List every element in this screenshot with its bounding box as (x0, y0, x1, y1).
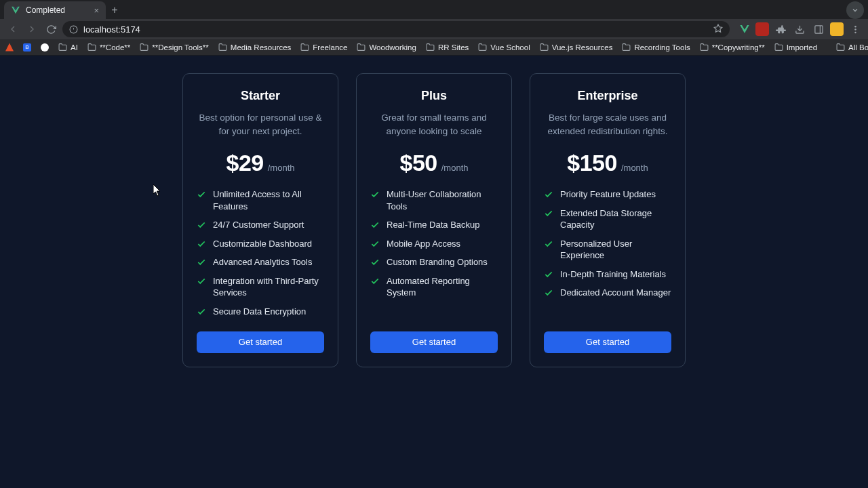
bookmark-item[interactable] (41, 43, 49, 52)
feature-text: Automated Reporting System (387, 275, 498, 299)
feature-item: Real-Time Data Backup (370, 219, 498, 231)
feature-text: Custom Branding Options (387, 256, 488, 268)
extension-vue-devtools[interactable] (738, 22, 751, 36)
check-icon (370, 258, 380, 267)
bookmark-folder[interactable]: Freelance (300, 43, 347, 52)
tab-strip: Completed × + (0, 0, 868, 19)
bookmark-folder[interactable]: **Code** (87, 43, 130, 52)
feature-text: Multi-User Collaboration Tools (387, 188, 498, 212)
check-icon (370, 277, 380, 286)
feature-item: Mobile App Access (370, 238, 498, 250)
feature-text: Unlimited Access to All Features (213, 188, 324, 212)
bookmark-folder-label: **Copywriting** (712, 43, 765, 52)
browser-tab[interactable]: Completed × (4, 1, 106, 19)
extension-icons (738, 22, 863, 37)
tab-overflow-button[interactable] (846, 1, 864, 19)
feature-item: Unlimited Access to All Features (197, 188, 324, 212)
plan-period: /month (268, 163, 295, 173)
pricing-card-enterprise: EnterpriseBest for large scale uses and … (530, 73, 686, 367)
bookmark-item[interactable]: B (23, 43, 31, 52)
bookmark-folder[interactable]: **Copywriting** (700, 43, 765, 52)
feature-item: In-Depth Training Materials (544, 268, 671, 281)
site-info-icon[interactable] (69, 25, 78, 34)
get-started-button[interactable]: Get started (197, 331, 324, 353)
folder-icon (300, 43, 309, 52)
bookmark-folder[interactable]: **Design Tools** (140, 43, 209, 52)
check-icon (197, 307, 206, 317)
reload-button[interactable] (43, 22, 58, 37)
extensions-button[interactable] (773, 22, 788, 37)
check-icon (544, 239, 553, 249)
feature-text: Secure Data Encryption (213, 306, 306, 318)
side-panel-button[interactable] (811, 22, 826, 37)
pricing-card-plus: PlusGreat for small teams and anyone loo… (356, 73, 512, 367)
browser-toolbar: localhost:5174 (0, 19, 868, 39)
feature-item: Dedicated Account Manager (544, 287, 671, 299)
get-started-button[interactable]: Get started (544, 331, 671, 353)
browser-menu-button[interactable] (848, 22, 863, 37)
all-bookmarks-button[interactable]: All Bookmarks (836, 43, 868, 52)
bookmark-folder-label: Woodworking (369, 43, 416, 52)
forward-button[interactable] (24, 22, 39, 37)
bookmark-folder[interactable]: Vue.js Resources (540, 43, 613, 52)
new-tab-button[interactable]: + (106, 1, 123, 19)
folder-icon (478, 43, 487, 52)
bookmark-folder[interactable]: Imported (774, 43, 817, 52)
bookmark-folder-label: Imported (787, 43, 817, 52)
pricing-cards-container: StarterBest option for personal use & fo… (0, 73, 868, 367)
bookmark-folder[interactable]: Media Resources (218, 43, 291, 52)
feature-text: 24/7 Customer Support (213, 219, 304, 231)
bookmark-folder[interactable]: RR Sites (426, 43, 469, 52)
downloads-button[interactable] (792, 22, 807, 37)
folder-icon (426, 43, 435, 52)
feature-text: Real-Time Data Backup (387, 219, 480, 231)
folder-icon (774, 43, 783, 52)
bookmark-folder-label: Vue.js Resources (552, 43, 613, 52)
profile-avatar[interactable] (830, 22, 844, 36)
svg-point-7 (854, 25, 856, 27)
plan-description: Best option for personal use & for your … (197, 111, 324, 138)
feature-text: Extended Data Storage Capacity (560, 207, 671, 231)
feature-text: Priority Feature Updates (560, 188, 656, 201)
plan-price-row: $29/month (197, 150, 324, 176)
bookmark-folder[interactable]: Recording Tools (622, 43, 690, 52)
url-text: localhost:5174 (83, 24, 708, 35)
extension-icon[interactable] (755, 22, 769, 36)
browser-chrome: Completed × + localhost:5174 (0, 0, 868, 56)
check-icon (370, 190, 380, 199)
folder-icon (87, 43, 96, 52)
back-button[interactable] (5, 22, 20, 37)
plan-price: $29 (226, 150, 264, 176)
folder-icon (357, 43, 366, 52)
bookmark-folder-label: RR Sites (438, 43, 469, 52)
check-icon (197, 239, 206, 249)
check-icon (197, 277, 206, 286)
plan-name: Plus (370, 89, 498, 103)
feature-text: Advanced Analytics Tools (213, 256, 312, 268)
bookmark-star-icon[interactable] (713, 24, 723, 35)
feature-item: Secure Data Encryption (197, 306, 324, 318)
plan-features: Multi-User Collaboration ToolsReal-Time … (370, 188, 498, 317)
bookmark-folder[interactable]: Woodworking (357, 43, 416, 52)
plan-name: Starter (197, 89, 324, 103)
bookmark-folder[interactable]: Vue School (478, 43, 530, 52)
svg-rect-5 (814, 25, 822, 33)
plan-features: Unlimited Access to All Features24/7 Cus… (197, 188, 324, 317)
check-icon (370, 220, 380, 230)
bookmark-item[interactable] (5, 43, 14, 52)
feature-item: Multi-User Collaboration Tools (370, 188, 498, 212)
plan-period: /month (621, 163, 648, 173)
bookmark-folder[interactable]: AI (58, 43, 78, 52)
bookmark-icon (5, 43, 14, 52)
feature-item: Automated Reporting System (370, 275, 498, 299)
close-tab-icon[interactable]: × (94, 6, 99, 15)
feature-text: Integration with Third-Party Services (213, 275, 324, 299)
vue-favicon (11, 5, 20, 15)
get-started-button[interactable]: Get started (370, 331, 498, 353)
check-icon (544, 209, 553, 218)
bookmark-icon: B (23, 43, 31, 52)
folder-icon (622, 43, 631, 52)
plan-features: Priority Feature UpdatesExtended Data St… (544, 188, 671, 317)
folder-icon (218, 43, 227, 52)
address-bar[interactable]: localhost:5174 (62, 21, 730, 37)
